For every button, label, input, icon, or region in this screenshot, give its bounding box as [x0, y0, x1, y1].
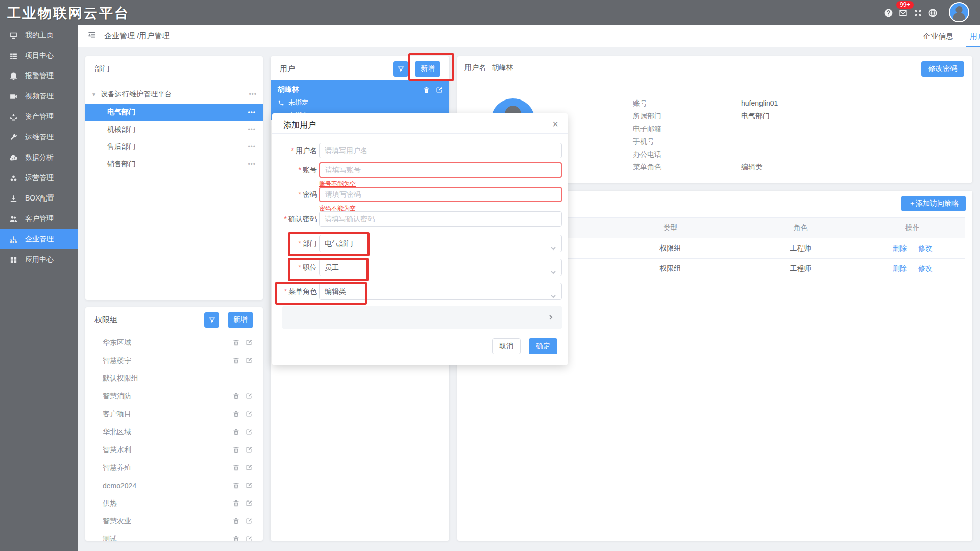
edit-icon[interactable] — [245, 339, 253, 346]
filter-button[interactable] — [204, 312, 219, 328]
collapsed-section[interactable] — [282, 306, 562, 329]
more-icon[interactable]: ••• — [248, 126, 256, 133]
sidebar-item-analytics[interactable]: 数据分析 — [0, 147, 78, 168]
user-panel-title: 用户 — [280, 64, 295, 74]
user-avatar[interactable] — [949, 2, 969, 22]
permission-group-row[interactable]: 华东区域 — [85, 334, 263, 352]
confirm-password-input[interactable] — [319, 211, 562, 227]
menu-role-select[interactable]: 编辑类 — [319, 283, 562, 300]
filter-button[interactable] — [393, 61, 408, 77]
permission-group-row[interactable]: 智慧水利 — [85, 441, 263, 459]
edit-icon[interactable] — [245, 464, 253, 471]
sidebar-item-maintenance[interactable]: 运维管理 — [0, 127, 78, 147]
tab-enterprise-info[interactable]: 企业信息 — [919, 25, 958, 47]
department-select[interactable]: 电气部门 — [319, 235, 562, 252]
menu-fold-icon[interactable] — [87, 31, 97, 40]
sidebar-item-app-center[interactable]: 应用中心 — [0, 249, 78, 270]
account-input[interactable] — [319, 162, 562, 178]
trash-icon[interactable] — [232, 446, 240, 454]
more-icon[interactable]: ••• — [248, 109, 256, 116]
sidebar-item-projects[interactable]: 项目中心 — [0, 45, 78, 66]
sidebar-item-home[interactable]: 我的主页 — [0, 25, 78, 45]
policy-type: 权限组 — [600, 264, 741, 273]
help-icon[interactable] — [883, 7, 894, 18]
permission-group-row[interactable]: 智慧消防 — [85, 387, 263, 405]
sidebar-item-assets[interactable]: 资产管理 — [0, 107, 78, 127]
edit-icon[interactable] — [245, 446, 253, 454]
edit-icon[interactable] — [245, 357, 253, 364]
tree-item-electrical[interactable]: 电气部门 ••• — [85, 104, 263, 121]
trash-icon[interactable] — [232, 464, 240, 471]
edit-icon[interactable] — [245, 428, 253, 436]
trash-icon[interactable] — [232, 357, 240, 364]
sidebar-item-alarms[interactable]: 报警管理 — [0, 66, 78, 86]
fullscreen-icon[interactable] — [912, 7, 923, 18]
message-icon[interactable] — [897, 7, 909, 18]
trash-icon[interactable] — [232, 535, 240, 541]
position-select[interactable]: 员工 — [319, 259, 562, 276]
trash-icon[interactable] — [232, 428, 240, 436]
user-name-value: 胡峰林 — [492, 63, 513, 71]
field-label: 办公电话 — [633, 150, 662, 159]
language-globe-icon[interactable] — [927, 7, 938, 18]
edit-icon[interactable] — [245, 499, 253, 507]
more-icon[interactable]: ••• — [248, 161, 256, 168]
caret-down-icon[interactable]: ▼ — [91, 92, 96, 97]
confirm-button[interactable]: 确定 — [529, 338, 557, 354]
edit-link[interactable]: 修改 — [918, 264, 933, 272]
policy-type: 权限组 — [600, 244, 741, 253]
add-user-button[interactable]: 新增 — [415, 61, 440, 77]
position-label: *职位 — [272, 260, 317, 275]
more-icon[interactable]: ••• — [248, 143, 256, 151]
trash-icon[interactable] — [423, 86, 430, 94]
permission-group-row[interactable]: 智慧楼宇 — [85, 352, 263, 369]
sidebar-item-box-config[interactable]: BOX配置 — [0, 188, 78, 209]
funnel-icon — [208, 316, 216, 324]
sidebar-item-operations[interactable]: 运营管理 — [0, 168, 78, 188]
more-icon[interactable]: ••• — [249, 91, 257, 98]
tree-item-mechanical[interactable]: 机械部门 ••• — [85, 121, 263, 138]
add-access-policy-button[interactable]: ＋添加访问策略 — [901, 196, 966, 211]
delete-link[interactable]: 删除 — [893, 264, 907, 272]
bell-icon — [9, 72, 18, 81]
policy-role: 工程师 — [741, 264, 861, 273]
tree-root-platform[interactable]: ▼ 设备运行维护管理平台 ••• — [91, 87, 257, 102]
trash-icon[interactable] — [232, 339, 240, 346]
edit-icon[interactable] — [435, 86, 443, 94]
video-camera-icon — [9, 92, 18, 101]
trash-icon[interactable] — [232, 392, 240, 400]
edit-icon[interactable] — [245, 410, 253, 418]
recycle-icon — [9, 113, 18, 121]
edit-icon[interactable] — [245, 535, 253, 541]
sidebar-item-customers[interactable]: 客户管理 — [0, 209, 78, 229]
permission-group-row[interactable]: demo2024 — [85, 477, 263, 494]
cancel-button[interactable]: 取消 — [492, 338, 521, 354]
edit-link[interactable]: 修改 — [918, 244, 933, 252]
change-password-button[interactable]: 修改密码 — [921, 61, 964, 77]
permission-group-row[interactable]: 测试 — [85, 530, 263, 541]
tab-user-management[interactable]: 用户管理 — [966, 25, 980, 47]
edit-icon[interactable] — [245, 392, 253, 400]
sidebar-item-enterprise[interactable]: 企业管理 — [0, 229, 78, 249]
permission-group-row[interactable]: 智慧农业 — [85, 512, 263, 530]
confirm-password-label: *确认密码 — [272, 211, 317, 227]
edit-icon[interactable] — [245, 517, 253, 525]
permission-group-row[interactable]: 客户项目 — [85, 405, 263, 423]
permission-group-row[interactable]: 默认权限组 — [85, 369, 263, 387]
permission-group-row[interactable]: 华北区域 — [85, 423, 263, 441]
permission-group-row[interactable]: 供热 — [85, 494, 263, 512]
trash-icon[interactable] — [232, 517, 240, 525]
delete-link[interactable]: 删除 — [893, 244, 907, 252]
trash-icon[interactable] — [232, 410, 240, 418]
trash-icon[interactable] — [232, 499, 240, 507]
password-input[interactable] — [319, 187, 562, 202]
username-input[interactable] — [319, 143, 562, 158]
close-icon[interactable]: × — [552, 118, 558, 130]
tree-item-sales[interactable]: 销售部门 ••• — [85, 156, 263, 173]
sidebar-item-video[interactable]: 视频管理 — [0, 86, 78, 107]
trash-icon[interactable] — [232, 482, 240, 489]
add-permission-group-button[interactable]: 新增 — [228, 312, 253, 328]
tree-item-aftersales[interactable]: 售后部门 ••• — [85, 138, 263, 156]
permission-group-row[interactable]: 智慧养殖 — [85, 459, 263, 477]
edit-icon[interactable] — [245, 482, 253, 489]
